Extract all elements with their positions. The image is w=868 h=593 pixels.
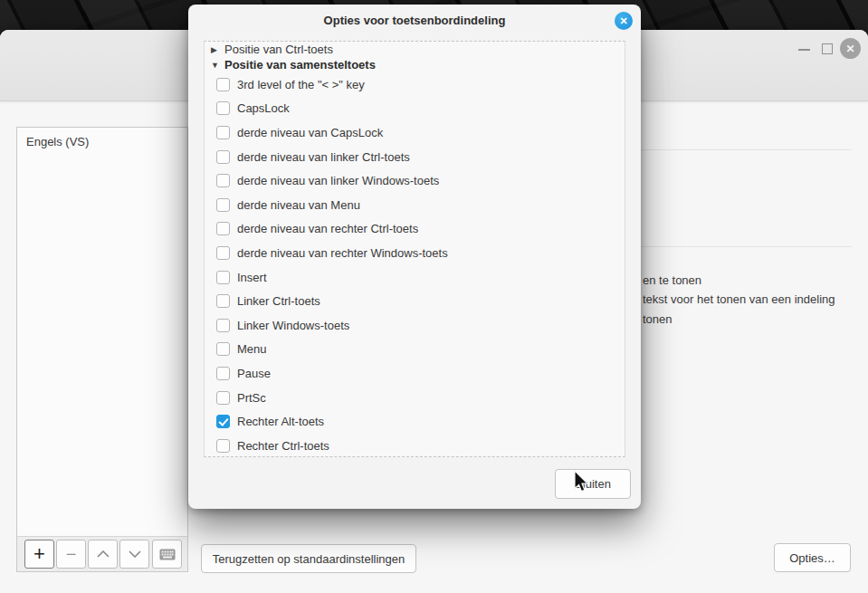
option-row[interactable]: Rechter Alt-toets — [205, 409, 625, 434]
option-label: Rechter Ctrl-toets — [237, 439, 329, 453]
option-row[interactable]: derde niveau van Menu — [205, 193, 625, 217]
option-label: Pause — [237, 367, 271, 380]
option-label: derde niveau van linker Windows-toets — [237, 174, 439, 187]
checkbox-unchecked[interactable] — [216, 319, 230, 332]
option-label: derde niveau van rechter Ctrl-toets — [237, 222, 418, 235]
options-button[interactable]: Opties… — [774, 543, 851, 572]
option-row[interactable]: Insert — [205, 265, 625, 290]
checkbox-unchecked[interactable] — [216, 174, 230, 187]
option-row[interactable]: CapsLock — [205, 97, 625, 121]
reset-defaults-button[interactable]: Terugzetten op standaardinstellingen — [201, 544, 416, 573]
show-keyboard-layout-button[interactable] — [152, 540, 182, 569]
option-label: CapsLock — [237, 101, 290, 115]
option-row[interactable]: Linker Windows-toets — [205, 313, 625, 338]
option-label: derde niveau van Menu — [237, 198, 360, 212]
checkbox-unchecked[interactable] — [216, 271, 230, 284]
checkbox-unchecked[interactable] — [216, 198, 230, 212]
checkbox-unchecked[interactable] — [216, 342, 230, 356]
checkbox-unchecked[interactable] — [216, 246, 230, 260]
checkbox-unchecked[interactable] — [216, 78, 230, 91]
option-row[interactable]: 3rd level of the "< >" key — [205, 72, 625, 97]
list-item[interactable]: Engels (VS) — [17, 128, 187, 156]
tree-row-label: Positie van Ctrl-toets — [224, 43, 333, 56]
option-label: derde niveau van linker Ctrl-toets — [237, 150, 410, 164]
keyboard-icon — [159, 549, 176, 560]
checkbox-unchecked[interactable] — [216, 439, 230, 453]
option-label: Linker Ctrl-toets — [237, 294, 320, 308]
tree-row[interactable]: ▶Positie van Ctrl-toets — [205, 42, 625, 57]
move-down-button[interactable] — [119, 540, 149, 569]
option-label: derde niveau van rechter Windows-toets — [237, 246, 448, 260]
maximize-icon[interactable] — [822, 43, 833, 54]
option-label: 3rd level of the "< >" key — [237, 78, 365, 91]
option-row[interactable]: derde niveau van linker Ctrl-toets — [205, 145, 625, 169]
option-label: Linker Windows-toets — [237, 319, 349, 332]
option-label: PrtSc — [237, 391, 266, 405]
checkbox-unchecked[interactable] — [216, 294, 230, 308]
option-row[interactable]: derde niveau van rechter Windows-toets — [205, 241, 625, 265]
clipped-line: tonen — [643, 312, 672, 326]
option-row[interactable]: derde niveau van rechter Ctrl-toets — [205, 217, 625, 242]
checkbox-unchecked[interactable] — [216, 101, 230, 115]
keyboard-layout-options-dialog: Opties voor toetsenbordindeling ✕ ▶Posit… — [188, 5, 641, 509]
option-label: derde niveau van CapsLock — [237, 126, 383, 139]
window-close-icon[interactable]: ✕ — [840, 38, 861, 59]
minimize-icon[interactable] — [798, 49, 810, 51]
dialog-title: Opties voor toetsenbordindeling — [188, 5, 641, 35]
checkbox-unchecked[interactable] — [216, 391, 230, 405]
clipped-line: en te tonen — [643, 273, 701, 287]
add-layout-button[interactable]: + — [24, 540, 54, 569]
checkbox-unchecked[interactable] — [216, 222, 230, 235]
minus-icon: − — [66, 544, 77, 565]
checkbox-unchecked[interactable] — [216, 150, 230, 164]
option-row[interactable]: Linker Ctrl-toets — [205, 289, 625, 313]
option-label: Insert — [237, 271, 267, 284]
chevron-up-icon — [97, 550, 110, 558]
chevron-down-icon — [129, 550, 141, 558]
close-dialog-button[interactable]: Sluiten — [555, 469, 631, 499]
keyboard-layout-list: Engels (VS) — [16, 127, 188, 566]
expander-right-icon[interactable]: ▶ — [211, 45, 224, 54]
checkbox-unchecked[interactable] — [216, 367, 230, 380]
plus-icon: + — [33, 542, 45, 566]
option-row[interactable]: derde niveau van linker Windows-toets — [205, 168, 625, 193]
expander-down-icon[interactable]: ▼ — [211, 61, 224, 70]
option-row[interactable]: PrtSc — [205, 386, 625, 410]
tree-row-label: Positie van samensteltoets — [224, 58, 376, 72]
option-row[interactable]: Menu — [205, 338, 625, 362]
option-label: Rechter Alt-toets — [237, 415, 324, 428]
dialog-close-icon[interactable]: ✕ — [615, 12, 633, 30]
tree-row[interactable]: ▼Positie van samensteltoets — [205, 57, 625, 72]
checkbox-checked[interactable] — [216, 415, 230, 428]
option-row[interactable]: Pause — [205, 361, 625, 386]
option-row[interactable]: Rechter Ctrl-toets — [205, 434, 625, 457]
clipped-line: tekst voor het tonen van een indeling — [643, 292, 835, 306]
options-list: ▶Positie van Ctrl-toets▼Positie van same… — [204, 41, 625, 457]
layout-list-toolbar: + − — [16, 536, 188, 572]
option-label: Menu — [237, 342, 267, 356]
option-row[interactable]: derde niveau van CapsLock — [205, 120, 625, 145]
remove-layout-button[interactable]: − — [56, 540, 86, 569]
checkbox-unchecked[interactable] — [216, 126, 230, 139]
move-up-button[interactable] — [88, 540, 118, 569]
